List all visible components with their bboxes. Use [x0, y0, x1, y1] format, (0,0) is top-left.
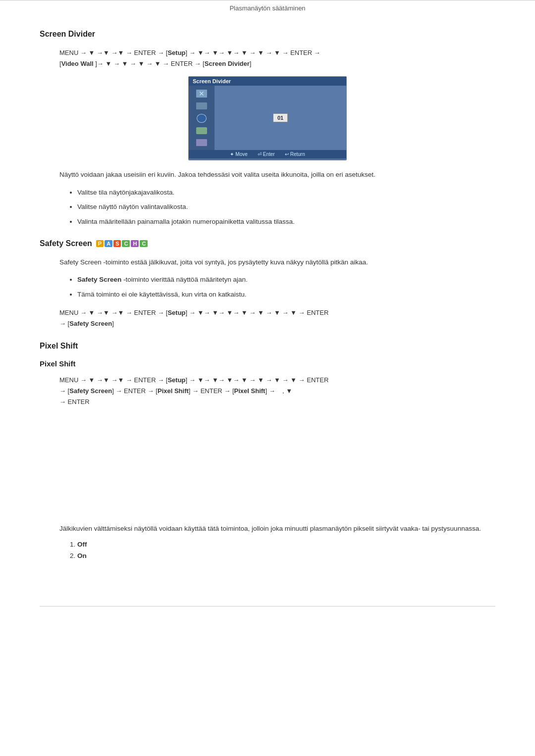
bullet-item: Valinta määritellään painamalla jotakin … — [77, 216, 495, 227]
safety-screen-title: Safety Screen P A S C H C — [40, 239, 495, 248]
main-content: Screen Divider MENU → ▼ →▼ →▼ → ENTER → … — [0, 15, 535, 591]
bullet-item: Valitse tila näytönjakajavalikosta. — [77, 187, 495, 198]
numbered-item-on: On — [77, 552, 495, 559]
sd-return-control: ↩ Return — [285, 151, 305, 157]
screen-divider-bullets: Valitse tila näytönjakajavalikosta. Vali… — [69, 187, 495, 227]
header-bar: Plasmanäytön säätäminen — [0, 0, 535, 15]
sd-enter-control: ⏎ Enter — [258, 151, 275, 157]
sd-title-bar: Screen Divider — [189, 77, 346, 86]
bullet-item: Safety Screen -toiminto vierittää näyttö… — [77, 274, 495, 285]
pixel-shift-main-title: Pixel Shift — [40, 342, 495, 351]
safety-screen-menu-path: MENU → ▼ →▼ →▼ → ENTER → [Setup] → ▼→ ▼→… — [59, 307, 495, 329]
sd-main-area: 01 — [214, 86, 346, 150]
bullet-item: Valitse näyttö näytön valintavalikosta. — [77, 202, 495, 212]
page-container: Plasmanäytön säätäminen Screen Divider M… — [0, 0, 535, 756]
sd-icon-5 — [196, 139, 207, 146]
badge-c2: C — [140, 240, 148, 247]
badge-p: P — [96, 240, 104, 247]
badge-a: A — [105, 240, 112, 247]
numbered-item-off: Off — [77, 541, 495, 548]
sd-body: ✕ 01 — [189, 86, 346, 150]
pixel-shift-heading-section: Pixel Shift Pixel Shift MENU → ▼ →▼ →▼ →… — [40, 342, 495, 560]
sd-icon-4 — [196, 127, 207, 134]
badge-h: H — [131, 240, 139, 247]
screen-divider-description: Näyttö voidaan jakaa useisiin eri kuviin… — [59, 169, 495, 180]
header-title: Plasmanäytön säätäminen — [229, 4, 305, 12]
bottom-rule — [40, 606, 495, 606]
pixel-shift-menu-path: MENU → ▼ →▼ →▼ → ENTER → [Setup] → ▼→ ▼→… — [59, 375, 495, 407]
safety-screen-badges: P A S C H C — [96, 240, 148, 247]
sd-number-box: 01 — [273, 113, 288, 122]
sd-sidebar: ✕ — [189, 86, 214, 150]
safety-screen-description: Safety Screen -toiminto estää jälkikuvat… — [59, 257, 495, 268]
sd-bottom-bar: ✦ Move ⏎ Enter ↩ Return — [189, 150, 346, 158]
pixel-shift-description: Jälkikuvien välttämiseksi näytöllä voida… — [59, 523, 495, 534]
pixel-shift-subtitle: Pixel Shift — [40, 359, 495, 368]
pixel-shift-numbered-list: Off On — [69, 541, 495, 559]
badge-s: S — [113, 240, 121, 247]
screen-divider-section: Screen Divider MENU → ▼ →▼ →▼ → ENTER → … — [40, 30, 495, 227]
screen-divider-menu-path: MENU → ▼ →▼ →▼ → ENTER → [Setup] → ▼→ ▼→… — [59, 48, 495, 69]
screen-divider-image: Screen Divider ✕ 01 — [188, 76, 347, 160]
safety-screen-section: Safety Screen P A S C H C Safety Screen … — [40, 239, 495, 330]
safety-screen-bullets: Safety Screen -toiminto vierittää näyttö… — [69, 274, 495, 300]
sd-move-control: ✦ Move — [230, 151, 247, 157]
pixel-shift-spacer — [40, 414, 495, 523]
sd-icon-1: ✕ — [196, 90, 207, 98]
bullet-item: Tämä toiminto ei ole käytettävissä, kun … — [77, 289, 495, 300]
sd-icon-2 — [196, 102, 207, 109]
pixel-shift-subsection: Pixel Shift MENU → ▼ →▼ →▼ → ENTER → [Se… — [40, 359, 495, 560]
badge-c: C — [122, 240, 130, 247]
screen-divider-title: Screen Divider — [40, 30, 495, 39]
sd-icon-3 — [197, 114, 206, 122]
